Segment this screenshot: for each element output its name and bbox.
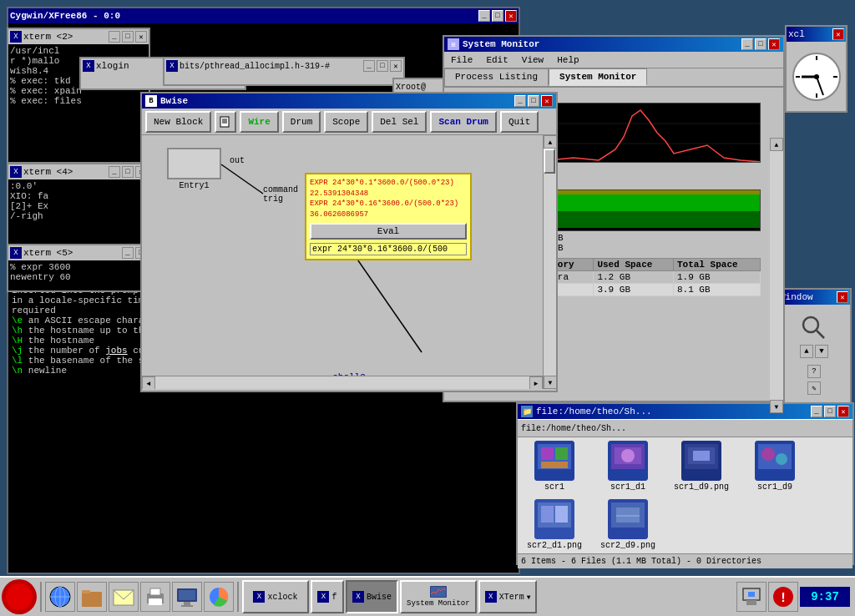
fm-minimize[interactable]: _ xyxy=(811,406,822,417)
drum-button[interactable]: Drum xyxy=(282,111,321,133)
xterm2-maximize[interactable]: □ xyxy=(122,31,134,43)
bwise-maximize[interactable]: □ xyxy=(528,95,539,107)
eval-input[interactable] xyxy=(310,243,467,255)
edit-button[interactable]: ✎ xyxy=(807,381,821,395)
mail-icon-btn[interactable] xyxy=(109,582,139,612)
xterm5-window[interactable]: X xterm <5> _ □ % expr 3600 newentry 60 xyxy=(7,244,150,292)
taskbar-bwise[interactable]: X Bwise xyxy=(346,580,398,613)
menu-edit[interactable]: Edit xyxy=(483,55,511,65)
bits-window[interactable]: X bits/pthread_allocimpl.h-319-# _ □ ✕ xyxy=(163,57,405,86)
menu-view[interactable]: View xyxy=(519,55,547,65)
scr2d9-thumbnail xyxy=(608,499,648,539)
tab-process-listing[interactable]: Process Listing xyxy=(444,68,549,86)
svg-point-20 xyxy=(803,317,818,332)
sysmon-maximize[interactable]: □ xyxy=(755,38,766,50)
printer-icon-btn[interactable] xyxy=(140,582,170,612)
scroll-up[interactable]: ▲ xyxy=(544,135,556,149)
scroll-track-h[interactable] xyxy=(155,376,529,389)
bits-minimize[interactable]: _ xyxy=(363,60,375,72)
scr2d1-label: scr2_d1.png xyxy=(527,541,582,550)
scr1-label: scr1 xyxy=(544,482,564,492)
bwise-scrollbar-vert[interactable]: ▲ ▼ xyxy=(543,135,556,389)
scroll-left[interactable]: ◄ xyxy=(142,376,155,389)
wire-button[interactable]: Wire xyxy=(240,111,278,133)
start-button[interactable] xyxy=(2,579,37,614)
xterm2-icon: X xyxy=(10,31,22,43)
sysmon-minimize[interactable]: _ xyxy=(741,38,753,50)
nav-up[interactable]: ▲ xyxy=(800,345,813,358)
scope-button[interactable]: Scope xyxy=(324,111,368,133)
scroll-track[interactable] xyxy=(544,149,556,376)
fm-item-scr2d1[interactable]: scr2_d1.png xyxy=(521,499,588,551)
sysmon-scroll-track[interactable] xyxy=(770,151,783,400)
menu-help[interactable]: Help xyxy=(554,55,582,65)
col-total: Total Space xyxy=(673,259,760,271)
scan-drum-button[interactable]: Scan Drum xyxy=(430,111,496,133)
del-sel-button[interactable]: Del Sel xyxy=(372,111,427,133)
xclock-window[interactable]: xcl ✕ xyxy=(785,25,847,113)
menu-file[interactable]: File xyxy=(448,55,476,65)
globe-icon-btn[interactable] xyxy=(45,582,75,612)
bwise-close[interactable]: ✕ xyxy=(541,95,553,107)
printer-icon xyxy=(144,585,167,608)
bwise-scrollbar-horiz[interactable]: ◄ ► xyxy=(142,376,543,389)
alert-tray-icon[interactable]: ! xyxy=(768,582,798,612)
taskbar-sep-2 xyxy=(237,582,239,612)
fm-item-scr1d9[interactable]: scr1_d9.png xyxy=(668,441,735,492)
icon-button[interactable] xyxy=(215,111,236,133)
new-block-button[interactable]: New Block xyxy=(145,111,211,133)
eval-val2: 36.0626086957 xyxy=(310,210,467,220)
taskbar-xterm[interactable]: X XTerm ▼ xyxy=(478,580,538,613)
scroll-down[interactable]: ▼ xyxy=(544,376,556,389)
xclock-close[interactable]: ✕ xyxy=(832,28,844,40)
sysmon-scroll-up[interactable]: ▲ xyxy=(770,138,783,151)
f-task-label: f xyxy=(331,593,336,602)
scroll-thumb[interactable] xyxy=(544,149,555,174)
fm-item-scr1d1[interactable]: scr1_d1 xyxy=(594,441,661,492)
file-manager-window[interactable]: 📁 file:/home/theo/Sh... _ □ ✕ file:/home… xyxy=(516,402,854,565)
sysmon-scrollbar[interactable]: ▲ ▼ xyxy=(770,138,783,413)
sysmon-close[interactable]: ✕ xyxy=(768,38,780,50)
xterm2-close[interactable]: ✕ xyxy=(135,31,147,43)
fm-close[interactable]: ✕ xyxy=(837,406,849,417)
xterm2-minimize[interactable]: _ xyxy=(109,31,120,43)
xterm4-content[interactable]: :0.0' XIO: fa [2]+ Ex /-righ xyxy=(8,179,149,245)
xterm5-minimize[interactable]: _ xyxy=(122,247,134,259)
properties-close[interactable]: ✕ xyxy=(837,291,848,303)
bits-close[interactable]: ✕ xyxy=(390,60,402,72)
entry1-block[interactable]: Entry1 xyxy=(167,148,221,190)
eval-button[interactable]: Eval xyxy=(310,223,467,240)
xterm4-maximize[interactable]: □ xyxy=(122,166,134,178)
nav-down[interactable]: ▼ xyxy=(815,345,828,358)
cygwin-minimize-btn[interactable]: _ xyxy=(478,10,490,22)
svg-line-21 xyxy=(817,331,824,338)
fm-item-scr1d9b[interactable]: scr1_d9 xyxy=(741,441,808,492)
taskbar-xclock[interactable]: X xclock xyxy=(242,580,309,613)
taskbar-sysmon[interactable]: System Monitor xyxy=(400,580,477,613)
folder-icon-btn[interactable] xyxy=(77,582,107,612)
fm-maximize[interactable]: □ xyxy=(824,406,836,417)
bwise-window[interactable]: B Bwise _ □ ✕ New Block Wire Drum Scope … xyxy=(140,92,558,392)
eval-result-1: EXPR 24*30*0.1*3600.0/(500.0*23) 22.5391… xyxy=(310,178,467,220)
network-tray-icon[interactable] xyxy=(736,582,766,612)
cygwin-maximize-btn[interactable]: □ xyxy=(492,10,503,22)
bwise-canvas[interactable]: Entry1 out command trig out EXPR 24*30*0… xyxy=(142,135,556,389)
monitor-icon-btn[interactable] xyxy=(172,582,202,612)
xterm2-window[interactable]: X xterm <2> _ □ ✕ /usr/incl r *)mallo wi… xyxy=(7,28,150,164)
cygwin-close-btn[interactable]: ✕ xyxy=(505,10,517,22)
bits-maximize[interactable]: □ xyxy=(377,60,388,72)
chart-icon-btn[interactable] xyxy=(204,582,234,612)
xterm4-window[interactable]: X xterm <4> _ □ ✕ :0.0' XIO: fa [2]+ Ex … xyxy=(7,163,150,246)
scroll-right[interactable]: ► xyxy=(529,376,543,389)
help-button[interactable]: ? xyxy=(807,365,821,378)
bwise-minimize[interactable]: _ xyxy=(514,95,526,107)
sysmon-scroll-down[interactable]: ▼ xyxy=(770,400,783,413)
fm-item-scr1[interactable]: scr1 xyxy=(521,441,588,492)
taskbar-f[interactable]: X f xyxy=(311,580,344,613)
fm-item-scr2d9[interactable]: scr2_d9.png xyxy=(594,499,661,551)
xterm5-content[interactable]: % expr 3600 newentry 60 xyxy=(8,260,149,290)
tab-system-monitor[interactable]: System Monitor xyxy=(549,68,647,86)
quit-button[interactable]: Quit xyxy=(500,111,539,133)
xterm4-minimize[interactable]: _ xyxy=(109,166,120,178)
properties-window[interactable]: Window ✕ ▲ ▼ ? ✎ xyxy=(777,288,852,413)
